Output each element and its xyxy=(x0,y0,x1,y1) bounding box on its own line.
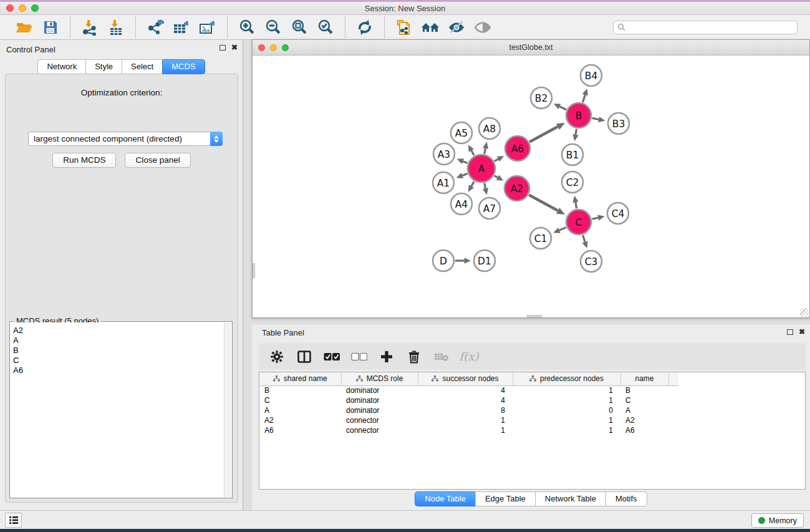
close-panel-button[interactable]: Close panel xyxy=(125,153,190,168)
toggle-panel-split-icon[interactable] xyxy=(292,346,316,367)
result-item[interactable]: B xyxy=(13,346,224,355)
table-row[interactable]: A6connector11A6 xyxy=(259,425,678,435)
graph-edge-C-C1[interactable] xyxy=(559,228,566,231)
graph-edge-C-C3[interactable] xyxy=(583,235,586,242)
tab-network[interactable]: Network xyxy=(37,59,85,74)
result-item[interactable]: C xyxy=(13,355,224,365)
import-table-icon[interactable] xyxy=(103,17,129,37)
graph-node-C1[interactable]: C1 xyxy=(530,228,551,249)
zoom-selected-icon[interactable] xyxy=(312,17,339,37)
task-history-button[interactable] xyxy=(5,513,22,528)
memory-button[interactable]: Memory xyxy=(751,513,804,528)
column-header-name[interactable]: name xyxy=(620,372,668,385)
cell-shared-name[interactable]: C xyxy=(259,395,341,405)
graph-node-A7[interactable]: A7 xyxy=(479,198,500,219)
cell-predecessor-nodes[interactable]: 0 xyxy=(513,405,620,415)
save-session-icon[interactable] xyxy=(37,17,64,37)
graph-node-A[interactable]: A xyxy=(468,155,495,182)
cell-shared-name[interactable]: B xyxy=(259,385,341,395)
graph-edge-A-A1[interactable] xyxy=(462,173,467,175)
new-network-from-selection-icon[interactable] xyxy=(391,17,417,37)
cell-predecessor-nodes[interactable]: 1 xyxy=(513,425,620,435)
close-table-panel-icon[interactable]: ✖ xyxy=(799,329,805,335)
tab-node-table[interactable]: Node Table xyxy=(415,491,475,506)
graph-edge-A6-B[interactable] xyxy=(529,127,557,142)
graph-node-B1[interactable]: B1 xyxy=(562,144,583,165)
tab-motifs[interactable]: Motifs xyxy=(605,491,647,506)
cell-MCDS-role[interactable]: dominator xyxy=(341,395,418,405)
zoom-out-icon[interactable] xyxy=(260,17,286,37)
table-row[interactable]: Cdominator41C xyxy=(259,395,678,405)
cell-name[interactable]: B xyxy=(620,385,668,395)
table-row[interactable]: Adominator80A xyxy=(259,405,678,415)
optimization-criterion-select[interactable]: largest connected component (directed) xyxy=(28,132,223,146)
cell-successor-nodes[interactable]: 4 xyxy=(418,385,513,395)
column-header-predecessor-nodes[interactable]: predecessor nodes xyxy=(513,372,620,385)
zoom-fit-icon[interactable] xyxy=(286,17,312,37)
canvas-splitter-handle-bottom[interactable] xyxy=(527,315,542,317)
close-panel-icon[interactable]: ✖ xyxy=(231,44,238,51)
run-mcds-button[interactable]: Run MCDS xyxy=(52,153,116,168)
graph-edge-B-B2[interactable] xyxy=(559,107,566,110)
export-network-icon[interactable] xyxy=(142,17,168,37)
add-column-icon[interactable] xyxy=(375,346,398,367)
cell-shared-name[interactable]: A xyxy=(259,405,341,415)
result-scrollbar[interactable] xyxy=(224,322,231,497)
graph-edge-B-B1[interactable] xyxy=(576,129,576,135)
cell-name[interactable]: C xyxy=(620,395,668,405)
cell-predecessor-nodes[interactable]: 1 xyxy=(513,385,620,395)
graph-node-A8[interactable]: A8 xyxy=(479,118,500,139)
graph-node-D[interactable]: D xyxy=(433,250,454,271)
graph-edge-C-C2[interactable] xyxy=(576,202,577,208)
graph-edge-A-A2[interactable] xyxy=(494,176,498,178)
graph-node-A1[interactable]: A1 xyxy=(433,172,454,193)
cell-name[interactable]: A6 xyxy=(620,425,668,435)
result-item[interactable]: A6 xyxy=(13,365,224,375)
cell-MCDS-role[interactable]: connector xyxy=(341,415,418,425)
graph-edge-A2-C[interactable] xyxy=(529,195,557,211)
graph-edge-A-A3[interactable] xyxy=(463,162,467,163)
search-input[interactable] xyxy=(629,23,793,32)
cell-successor-nodes[interactable]: 4 xyxy=(418,395,513,405)
column-header-successor-nodes[interactable]: successor nodes xyxy=(418,372,513,385)
table-row[interactable]: A2connector11A2 xyxy=(259,415,678,425)
delete-columns-trash-icon[interactable] xyxy=(402,346,426,367)
graph-node-B2[interactable]: B2 xyxy=(531,87,552,109)
show-graphics-details-icon[interactable] xyxy=(470,17,496,37)
cell-successor-nodes[interactable]: 8 xyxy=(418,405,513,415)
unselect-all-columns-icon[interactable] xyxy=(347,346,371,367)
graph-node-C[interactable]: C xyxy=(566,210,591,235)
graph-edge-A-A7[interactable] xyxy=(485,183,486,189)
graph-node-A2[interactable]: A2 xyxy=(504,176,529,201)
hide-graphics-details-icon[interactable] xyxy=(443,17,470,37)
cell-MCDS-role[interactable]: dominator xyxy=(341,385,418,395)
graph-node-A4[interactable]: A4 xyxy=(451,193,472,215)
cell-MCDS-role[interactable]: connector xyxy=(341,425,418,435)
canvas-splitter-handle-left[interactable] xyxy=(253,263,255,278)
apply-layout-refresh-icon[interactable] xyxy=(352,17,378,37)
window-resize-grip[interactable] xyxy=(800,308,809,317)
cell-predecessor-nodes[interactable]: 1 xyxy=(513,395,620,405)
graph-edge-A-A5[interactable] xyxy=(471,150,474,155)
graph-node-C2[interactable]: C2 xyxy=(562,172,583,193)
graph-node-A6[interactable]: A6 xyxy=(505,136,530,161)
graph-node-B3[interactable]: B3 xyxy=(608,113,629,134)
app-titlebar[interactable]: Session: New Session xyxy=(0,2,810,15)
network-window-titlebar[interactable]: testGlobe.txt xyxy=(253,40,809,56)
tab-select[interactable]: Select xyxy=(122,59,162,74)
graph-node-C3[interactable]: C3 xyxy=(581,251,602,272)
column-header-MCDS-role[interactable]: MCDS role xyxy=(341,372,418,385)
export-image-icon[interactable] xyxy=(195,17,221,37)
tab-style[interactable]: Style xyxy=(85,59,122,74)
graph-edge-A-A8[interactable] xyxy=(485,148,486,154)
import-network-icon[interactable] xyxy=(77,17,103,37)
network-canvas[interactable]: B4B2BB3A5A8A6B1A3AC2A1A2A4A7C4CC1C3DD1 xyxy=(253,56,809,317)
select-all-columns-icon[interactable] xyxy=(320,346,344,367)
node-table[interactable]: shared nameMCDS rolesuccessor nodesprede… xyxy=(259,372,806,490)
cell-name[interactable]: A2 xyxy=(620,415,668,425)
graph-edge-B-B4[interactable] xyxy=(583,95,586,102)
cell-successor-nodes[interactable]: 1 xyxy=(418,415,513,425)
float-panel-icon[interactable] xyxy=(219,45,226,51)
tab-mcds[interactable]: MCDS xyxy=(162,59,205,74)
mcds-result-list[interactable]: A2ABCA6 xyxy=(11,322,224,497)
